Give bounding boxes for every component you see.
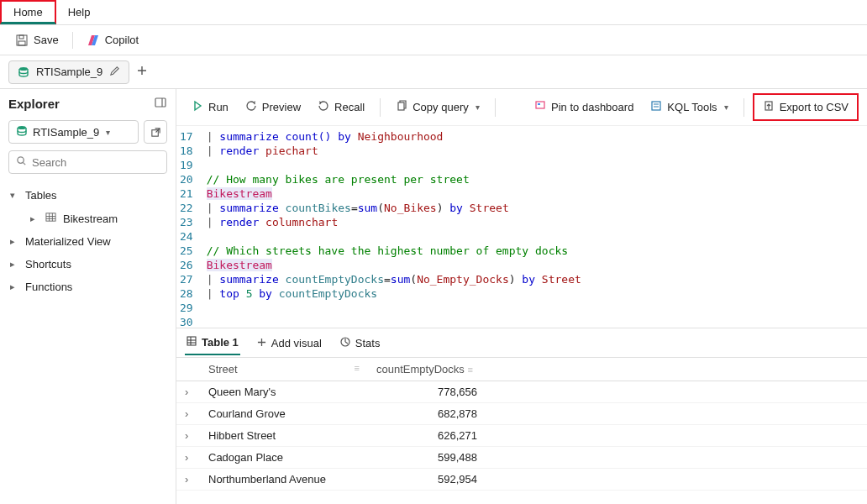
col-street[interactable]: Street (208, 363, 238, 375)
preview-button[interactable]: Preview (239, 97, 307, 118)
cell-count: 682,878 (368, 403, 502, 425)
search-icon (16, 155, 27, 169)
stats-icon (340, 337, 350, 349)
chevron-right-icon: › (185, 386, 188, 398)
cell-street: Courland Grove (200, 403, 368, 425)
recall-icon (318, 100, 329, 114)
tree-tables[interactable]: ▾ Tables (8, 184, 167, 207)
divider (72, 32, 73, 49)
export-csv-button[interactable]: Export to CSV (753, 93, 859, 121)
tree-shortcuts-label: Shortcuts (25, 258, 71, 270)
pin-label: Pin to dashboard (551, 101, 633, 113)
results-tab-table1[interactable]: Table 1 (185, 331, 240, 355)
chevron-down-icon: ▾ (106, 128, 110, 137)
tree-matview-label: Materialized View (25, 235, 111, 248)
column-menu-icon[interactable]: ≡ (355, 363, 360, 373)
open-external-button[interactable] (144, 120, 167, 144)
menu-help[interactable]: Help (56, 0, 102, 24)
refresh-icon (245, 100, 257, 114)
tree-functions-label: Functions (25, 281, 72, 293)
file-tab-name: RTISample_9 (36, 66, 102, 78)
query-action-bar: Run Preview Recall Copy query ▾ Pin to d… (176, 89, 867, 126)
svg-rect-9 (398, 102, 404, 110)
menu-help-label: Help (68, 6, 91, 18)
table-icon (45, 212, 56, 225)
svg-rect-4 (155, 98, 166, 107)
stats-label: Stats (355, 337, 381, 349)
chevron-right-icon: ▸ (10, 281, 18, 292)
database-name: RTISample_9 (33, 126, 99, 139)
plus-icon (257, 337, 266, 349)
explorer-search[interactable] (8, 150, 167, 174)
cell-street: Queen Mary's (200, 381, 368, 403)
copy-label: Copy query (412, 101, 468, 113)
cell-count: 592,954 (368, 469, 502, 491)
tree-shortcuts[interactable]: ▸ Shortcuts (8, 253, 167, 276)
code-editor[interactable]: 1718192021222324252627282930 | summarize… (176, 126, 867, 328)
copy-query-button[interactable]: Copy query ▾ (389, 97, 486, 118)
tree-bikestream[interactable]: ▸ Bikestream (8, 207, 167, 230)
play-icon (192, 100, 203, 114)
col-count[interactable]: countEmptyDocks (376, 363, 465, 375)
recall-button[interactable]: Recall (311, 97, 371, 118)
add-visual-button[interactable]: Add visual (255, 332, 323, 354)
divider (744, 98, 744, 117)
content-area: Run Preview Recall Copy query ▾ Pin to d… (176, 89, 867, 504)
chevron-right-icon: ▸ (10, 259, 18, 270)
database-icon (18, 66, 29, 78)
copilot-icon (87, 34, 100, 47)
table-row[interactable]: ›Hibbert Street626,271 (176, 425, 867, 447)
chevron-down-icon: ▾ (10, 190, 18, 201)
chevron-down-icon: ▾ (476, 102, 480, 112)
cell-street: Northumberland Avenue (200, 469, 368, 491)
chevron-down-icon: ▾ (724, 102, 728, 112)
chevron-right-icon: › (185, 473, 188, 486)
tree-materialized-view[interactable]: ▸ Materialized View (8, 230, 167, 253)
tree-functions[interactable]: ▸ Functions (8, 276, 167, 298)
chevron-right-icon: › (185, 429, 188, 442)
save-icon (15, 34, 29, 47)
column-menu-icon[interactable]: ≡ (467, 365, 472, 375)
results-table: Street ≡ countEmptyDocks ≡ ›Queen Mary's… (176, 358, 867, 491)
top-menu: Home Help (0, 0, 867, 25)
kql-icon (650, 100, 662, 114)
run-button[interactable]: Run (185, 97, 235, 118)
search-input[interactable] (32, 156, 173, 169)
copilot-button[interactable]: Copilot (81, 30, 144, 50)
rename-icon[interactable] (109, 66, 120, 79)
table-row[interactable]: ›Queen Mary's778,656 (176, 381, 867, 403)
svg-point-5 (18, 126, 26, 129)
divider (380, 98, 381, 117)
file-tabs: RTISample_9 (0, 55, 867, 89)
table-row[interactable]: ›Courland Grove682,878 (176, 403, 867, 425)
cell-street: Cadogan Place (200, 447, 368, 469)
menu-home[interactable]: Home (0, 0, 56, 24)
divider (495, 98, 496, 117)
cell-street: Hibbert Street (200, 425, 368, 447)
chevron-right-icon: ▸ (30, 213, 39, 224)
copilot-label: Copilot (105, 34, 139, 46)
database-selector[interactable]: RTISample_9 ▾ (8, 120, 139, 144)
panel-collapse-icon[interactable] (154, 96, 167, 112)
pin-dashboard-button[interactable]: Pin to dashboard (528, 97, 640, 118)
export-icon (763, 100, 775, 114)
file-tab-active[interactable]: RTISample_9 (8, 60, 129, 84)
kql-label: KQL Tools (667, 101, 717, 113)
chevron-right-icon: ▸ (10, 236, 18, 247)
save-button[interactable]: Save (10, 30, 64, 50)
explorer-sidebar: Explorer RTISample_9 ▾ ▾ (0, 89, 176, 504)
svg-rect-1 (19, 35, 24, 39)
kql-tools-button[interactable]: KQL Tools ▾ (644, 97, 734, 118)
add-tab-button[interactable] (136, 65, 148, 79)
code-content[interactable]: | summarize count() by Neighbourhood| re… (207, 129, 581, 324)
svg-point-7 (18, 157, 24, 163)
cell-count: 778,656 (368, 381, 502, 403)
svg-rect-12 (652, 102, 660, 110)
table-icon (187, 336, 197, 349)
database-icon (16, 125, 28, 139)
save-label: Save (34, 34, 59, 46)
stats-tab[interactable]: Stats (339, 332, 382, 354)
table-row[interactable]: ›Cadogan Place599,488 (176, 447, 867, 469)
table-row[interactable]: ›Northumberland Avenue592,954 (176, 469, 867, 491)
pin-icon (534, 100, 546, 114)
